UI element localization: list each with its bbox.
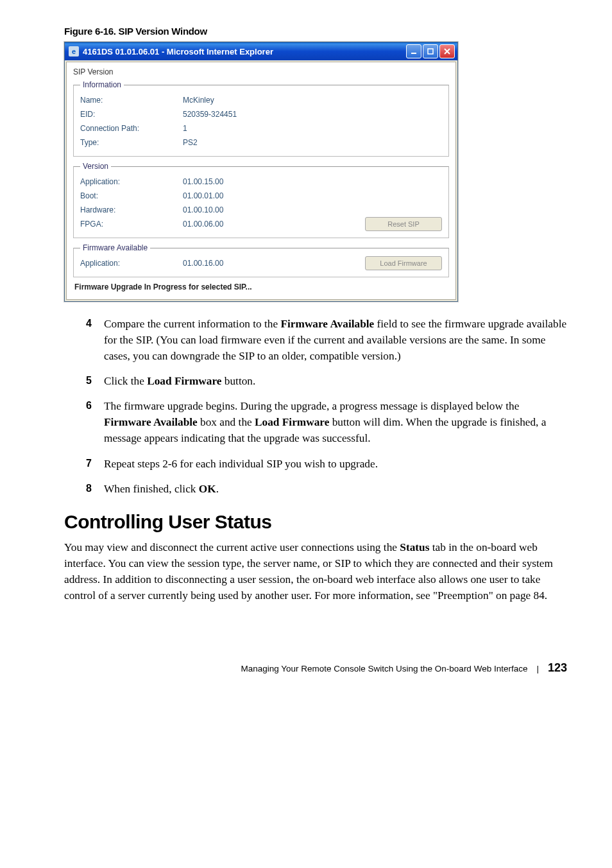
step-number: 8 bbox=[86, 481, 104, 497]
step-bold: Load Firmware bbox=[255, 416, 329, 428]
step-text: . bbox=[216, 483, 219, 495]
step-number: 6 bbox=[86, 398, 104, 446]
firmware-available-group: Firmware Available Application: 01.00.16… bbox=[73, 243, 449, 277]
step-6: 6 The firmware upgrade begins. During th… bbox=[86, 398, 567, 446]
panel-title: SIP Version bbox=[73, 67, 449, 76]
version-legend: Version bbox=[80, 162, 111, 171]
step-text: Compare the current information to the bbox=[104, 318, 280, 330]
eid-value: 520359-324451 bbox=[183, 110, 237, 119]
eid-label: EID: bbox=[80, 110, 183, 119]
step-number: 5 bbox=[86, 373, 104, 389]
figure-caption: Figure 6-16. SIP Version Window bbox=[64, 26, 567, 37]
hardware-label: Hardware: bbox=[80, 205, 183, 214]
type-value: PS2 bbox=[183, 138, 198, 147]
maximize-button[interactable] bbox=[423, 44, 438, 58]
step-text: The firmware upgrade begins. During the … bbox=[104, 400, 519, 412]
fpga-label: FPGA: bbox=[80, 220, 183, 229]
connection-path-value: 1 bbox=[183, 124, 187, 133]
page-footer: Managing Your Remote Console Switch Usin… bbox=[64, 661, 567, 675]
step-number: 7 bbox=[86, 456, 104, 472]
step-bold: OK bbox=[199, 483, 216, 495]
step-text: Click the bbox=[104, 375, 147, 387]
svg-rect-1 bbox=[428, 49, 433, 54]
svg-rect-0 bbox=[411, 53, 416, 54]
body-text: You may view and disconnect the current … bbox=[64, 541, 400, 553]
window-title: 4161DS 01.01.06.01 - Microsoft Internet … bbox=[83, 47, 406, 56]
step-number: 4 bbox=[86, 316, 104, 364]
close-button[interactable] bbox=[439, 44, 455, 58]
boot-label: Boot: bbox=[80, 191, 183, 200]
step-8: 8 When finished, click OK. bbox=[86, 481, 567, 497]
name-label: Name: bbox=[80, 96, 183, 105]
step-7: 7 Repeat steps 2-6 for each individual S… bbox=[86, 456, 567, 472]
step-text: Repeat steps 2-6 for each individual SIP… bbox=[104, 458, 378, 470]
application-value: 01.00.15.00 bbox=[183, 177, 223, 186]
step-text: button. bbox=[222, 375, 256, 387]
fpga-value: 01.00.06.00 bbox=[183, 220, 223, 229]
step-bold: Firmware Available bbox=[104, 416, 198, 428]
window-client-area: SIP Version Information Name: McKinley E… bbox=[66, 62, 456, 300]
application-label: Application: bbox=[80, 177, 183, 186]
connection-path-label: Connection Path: bbox=[80, 124, 183, 133]
load-firmware-button[interactable]: Load Firmware bbox=[365, 256, 442, 270]
firmware-available-legend: Firmware Available bbox=[80, 243, 150, 252]
progress-message: Firmware Upgrade In Progress for selecte… bbox=[74, 282, 449, 291]
step-5: 5 Click the Load Firmware button. bbox=[86, 373, 567, 389]
ie-icon: e bbox=[69, 46, 79, 56]
step-text: When finished, click bbox=[104, 483, 199, 495]
reset-sip-button[interactable]: Reset SIP bbox=[365, 217, 442, 231]
footer-sep: | bbox=[536, 664, 539, 673]
page-number: 123 bbox=[548, 661, 567, 675]
body-bold: Status bbox=[400, 541, 429, 553]
window-titlebar: e 4161DS 01.01.06.01 - Microsoft Interne… bbox=[65, 42, 457, 60]
fa-application-label: Application: bbox=[80, 259, 183, 268]
fa-application-value: 01.00.16.00 bbox=[183, 259, 223, 268]
section-heading: Controlling User Status bbox=[64, 511, 567, 533]
information-group: Information Name: McKinley EID: 520359-3… bbox=[73, 80, 449, 157]
minimize-button[interactable] bbox=[406, 44, 421, 58]
footer-text: Managing Your Remote Console Switch Usin… bbox=[241, 664, 527, 673]
step-bold: Firmware Available bbox=[280, 318, 374, 330]
step-text: box and the bbox=[198, 416, 255, 428]
type-label: Type: bbox=[80, 138, 183, 147]
version-group: Version Application: 01.00.15.00 Boot: 0… bbox=[73, 162, 449, 238]
step-4: 4 Compare the current information to the… bbox=[86, 316, 567, 364]
name-value: McKinley bbox=[183, 96, 214, 105]
step-bold: Load Firmware bbox=[147, 375, 221, 387]
information-legend: Information bbox=[80, 80, 124, 89]
section-body: You may view and disconnect the current … bbox=[64, 539, 567, 603]
ie-window: e 4161DS 01.01.06.01 - Microsoft Interne… bbox=[64, 42, 458, 302]
hardware-value: 01.00.10.00 bbox=[183, 205, 223, 214]
boot-value: 01.00.01.00 bbox=[183, 191, 223, 200]
